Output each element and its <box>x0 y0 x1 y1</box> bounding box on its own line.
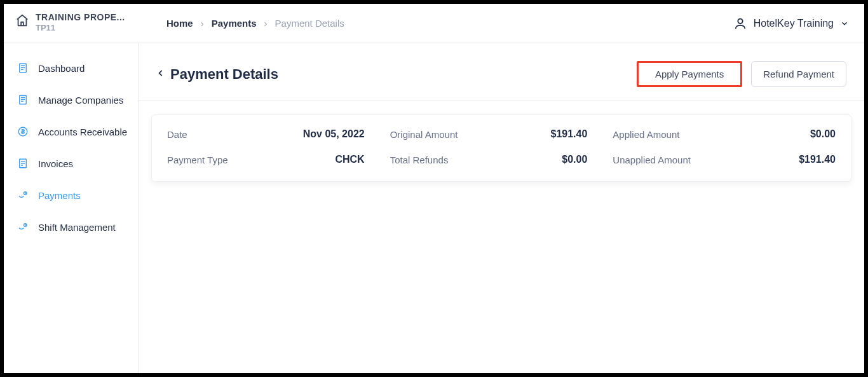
main-panel: Payment Details Apply Payments Refund Pa… <box>139 43 864 373</box>
sidebar-item-label: Accounts Receivable <box>38 127 127 137</box>
detail-value: Nov 05, 2022 <box>303 128 390 140</box>
user-name: HotelKey Training <box>754 18 834 29</box>
top-bar: TRAINING PROPE... TP11 Home › Payments ›… <box>4 4 864 43</box>
sidebar-item-label: Payments <box>38 190 81 201</box>
svg-point-0 <box>738 18 742 23</box>
detail-applied-amount: Applied Amount $0.00 <box>613 121 836 147</box>
main-header: Payment Details Apply Payments Refund Pa… <box>139 43 864 100</box>
detail-total-refunds: Total Refunds $0.00 <box>390 147 613 172</box>
detail-value: $0.00 <box>562 154 613 165</box>
shift-icon <box>17 221 29 233</box>
sidebar-item-accounts-receivable[interactable]: Accounts Receivable <box>4 116 138 147</box>
detail-value: CHCK <box>335 154 390 165</box>
detail-label: Applied Amount <box>613 129 679 140</box>
brand-text: TRAINING PROPE... TP11 <box>36 12 125 33</box>
sidebar-item-label: Manage Companies <box>38 95 123 106</box>
detail-payment-type: Payment Type CHCK <box>167 147 390 172</box>
svg-rect-1 <box>20 64 27 72</box>
user-icon <box>733 17 747 31</box>
detail-value: $0.00 <box>810 128 836 140</box>
sidebar-item-payments[interactable]: Payments <box>4 179 138 211</box>
sidebar-item-shift-management[interactable]: Shift Management <box>4 211 138 243</box>
brand-block[interactable]: TRAINING PROPE... TP11 <box>15 13 144 33</box>
house-icon <box>15 13 29 27</box>
breadcrumb-home[interactable]: Home <box>166 18 193 29</box>
sidebar-item-dashboard[interactable]: Dashboard <box>4 52 138 84</box>
detail-label: Original Amount <box>390 129 458 140</box>
detail-unapplied-amount: Unapplied Amount $191.40 <box>613 147 836 172</box>
detail-value: $191.40 <box>799 154 836 165</box>
detail-label: Payment Type <box>167 154 228 165</box>
brand-title: TRAINING PROPE... <box>36 12 125 22</box>
chevron-right-icon: › <box>264 18 268 29</box>
money-circle-icon <box>17 126 29 137</box>
page-title: Payment Details <box>170 66 278 83</box>
brand-subcode: TP11 <box>36 24 125 33</box>
dashboard-icon <box>17 62 29 74</box>
detail-label: Total Refunds <box>390 154 449 165</box>
detail-label: Unapplied Amount <box>613 154 691 165</box>
back-button[interactable]: Payment Details <box>156 66 278 83</box>
sidebar-item-label: Dashboard <box>38 63 85 74</box>
chevron-down-icon <box>840 19 849 28</box>
sidebar: Dashboard Manage Companies Accounts Rece… <box>4 43 139 373</box>
sidebar-item-manage-companies[interactable]: Manage Companies <box>4 84 138 116</box>
refund-payment-button[interactable]: Refund Payment <box>751 61 846 87</box>
payment-details-card: Date Nov 05, 2022 Original Amount $191.4… <box>151 114 851 182</box>
user-menu[interactable]: HotelKey Training <box>733 17 849 31</box>
sidebar-item-label: Shift Management <box>38 222 116 233</box>
detail-date: Date Nov 05, 2022 <box>167 121 390 147</box>
sidebar-item-label: Invoices <box>38 158 73 169</box>
breadcrumb: Home › Payments › Payment Details <box>166 18 344 29</box>
detail-label: Date <box>167 129 187 140</box>
sidebar-item-invoices[interactable]: Invoices <box>4 147 138 179</box>
chevron-right-icon: › <box>201 18 204 29</box>
svg-rect-5 <box>20 95 27 104</box>
invoice-icon <box>17 158 29 169</box>
detail-original-amount: Original Amount $191.40 <box>390 121 613 147</box>
companies-icon <box>17 94 29 106</box>
payments-icon <box>17 189 29 201</box>
breadcrumb-current: Payment Details <box>275 18 344 29</box>
detail-value: $191.40 <box>551 128 613 140</box>
apply-payments-button[interactable]: Apply Payments <box>637 61 742 87</box>
chevron-left-icon <box>156 67 165 81</box>
breadcrumb-parent[interactable]: Payments <box>212 18 257 29</box>
